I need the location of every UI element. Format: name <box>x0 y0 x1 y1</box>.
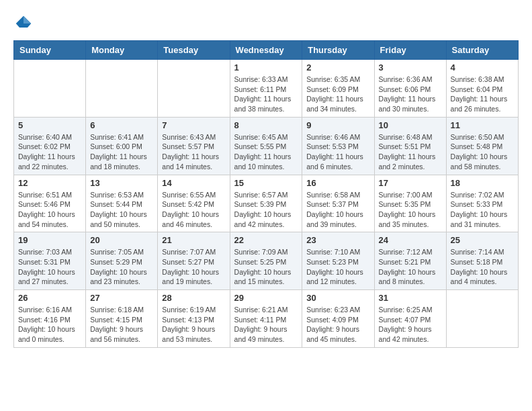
calendar-cell: 28Sunrise: 6:19 AM Sunset: 4:13 PM Dayli… <box>158 290 230 348</box>
calendar-cell: 26Sunrise: 6:16 AM Sunset: 4:16 PM Dayli… <box>14 290 86 348</box>
day-number: 9 <box>306 120 369 130</box>
day-info: Sunrise: 6:19 AM Sunset: 4:13 PM Dayligh… <box>162 305 225 345</box>
calendar-cell: 31Sunrise: 6:25 AM Sunset: 4:07 PM Dayli… <box>374 290 446 348</box>
calendar-cell: 15Sunrise: 6:57 AM Sunset: 5:39 PM Dayli… <box>230 175 302 232</box>
day-info: Sunrise: 6:58 AM Sunset: 5:37 PM Dayligh… <box>306 190 369 230</box>
calendar-cell: 13Sunrise: 6:53 AM Sunset: 5:44 PM Dayli… <box>86 175 158 232</box>
day-info: Sunrise: 6:50 AM Sunset: 5:48 PM Dayligh… <box>451 132 514 172</box>
day-info: Sunrise: 6:18 AM Sunset: 4:15 PM Dayligh… <box>90 305 153 345</box>
day-number: 2 <box>306 62 369 73</box>
day-info: Sunrise: 7:02 AM Sunset: 5:33 PM Dayligh… <box>451 190 514 230</box>
day-info: Sunrise: 7:03 AM Sunset: 5:31 PM Dayligh… <box>18 247 81 287</box>
calendar-cell: 27Sunrise: 6:18 AM Sunset: 4:15 PM Dayli… <box>86 290 158 348</box>
calendar-week-row: 1Sunrise: 6:33 AM Sunset: 6:11 PM Daylig… <box>14 60 519 118</box>
day-info: Sunrise: 6:46 AM Sunset: 5:53 PM Dayligh… <box>306 132 369 172</box>
day-number: 4 <box>451 62 514 73</box>
calendar-cell: 20Sunrise: 7:05 AM Sunset: 5:29 PM Dayli… <box>86 232 158 290</box>
day-header-tuesday: Tuesday <box>158 41 230 60</box>
calendar-header-row: SundayMondayTuesdayWednesdayThursdayFrid… <box>14 41 519 60</box>
calendar-cell: 25Sunrise: 7:14 AM Sunset: 5:18 PM Dayli… <box>446 232 518 290</box>
day-number: 1 <box>234 62 298 73</box>
day-info: Sunrise: 6:21 AM Sunset: 4:11 PM Dayligh… <box>234 305 298 345</box>
day-info: Sunrise: 6:16 AM Sunset: 4:16 PM Dayligh… <box>18 305 81 345</box>
day-number: 30 <box>306 293 369 303</box>
day-info: Sunrise: 6:55 AM Sunset: 5:42 PM Dayligh… <box>162 190 225 230</box>
calendar-cell <box>158 60 230 118</box>
day-number: 26 <box>18 293 81 303</box>
calendar-cell: 18Sunrise: 7:02 AM Sunset: 5:33 PM Dayli… <box>446 175 518 232</box>
calendar-cell: 9Sunrise: 6:46 AM Sunset: 5:53 PM Daylig… <box>302 117 374 175</box>
day-header-wednesday: Wednesday <box>230 41 302 60</box>
calendar-cell: 5Sunrise: 6:40 AM Sunset: 6:02 PM Daylig… <box>14 117 86 175</box>
svg-marker-1 <box>24 16 31 24</box>
page-header <box>13 13 519 34</box>
calendar-cell: 24Sunrise: 7:12 AM Sunset: 5:21 PM Dayli… <box>374 232 446 290</box>
day-header-sunday: Sunday <box>14 41 86 60</box>
day-info: Sunrise: 6:48 AM Sunset: 5:51 PM Dayligh… <box>379 132 442 172</box>
calendar-cell: 29Sunrise: 6:21 AM Sunset: 4:11 PM Dayli… <box>230 290 302 348</box>
calendar-cell: 23Sunrise: 7:10 AM Sunset: 5:23 PM Dayli… <box>302 232 374 290</box>
day-number: 22 <box>234 235 298 245</box>
calendar-cell: 19Sunrise: 7:03 AM Sunset: 5:31 PM Dayli… <box>14 232 86 290</box>
day-number: 12 <box>18 178 81 188</box>
calendar-week-row: 19Sunrise: 7:03 AM Sunset: 5:31 PM Dayli… <box>14 232 519 290</box>
day-number: 3 <box>379 62 442 73</box>
calendar-week-row: 5Sunrise: 6:40 AM Sunset: 6:02 PM Daylig… <box>14 117 519 175</box>
logo-icon <box>13 13 34 34</box>
calendar-cell <box>14 60 86 118</box>
day-info: Sunrise: 6:43 AM Sunset: 5:57 PM Dayligh… <box>162 132 225 172</box>
day-number: 7 <box>162 120 225 130</box>
day-number: 27 <box>90 293 153 303</box>
day-number: 13 <box>90 178 153 188</box>
day-number: 5 <box>18 120 81 130</box>
day-number: 20 <box>90 235 153 245</box>
day-info: Sunrise: 6:40 AM Sunset: 6:02 PM Dayligh… <box>18 132 81 172</box>
day-number: 23 <box>306 235 369 245</box>
calendar-cell <box>86 60 158 118</box>
calendar-cell: 11Sunrise: 6:50 AM Sunset: 5:48 PM Dayli… <box>446 117 518 175</box>
day-number: 21 <box>162 235 225 245</box>
calendar-cell: 16Sunrise: 6:58 AM Sunset: 5:37 PM Dayli… <box>302 175 374 232</box>
calendar-cell: 14Sunrise: 6:55 AM Sunset: 5:42 PM Dayli… <box>158 175 230 232</box>
day-number: 28 <box>162 293 225 303</box>
day-info: Sunrise: 7:12 AM Sunset: 5:21 PM Dayligh… <box>379 247 442 287</box>
calendar-week-row: 26Sunrise: 6:16 AM Sunset: 4:16 PM Dayli… <box>14 290 519 348</box>
day-info: Sunrise: 6:57 AM Sunset: 5:39 PM Dayligh… <box>234 190 298 230</box>
day-info: Sunrise: 6:53 AM Sunset: 5:44 PM Dayligh… <box>90 190 153 230</box>
day-header-saturday: Saturday <box>446 41 518 60</box>
calendar-week-row: 12Sunrise: 6:51 AM Sunset: 5:46 PM Dayli… <box>14 175 519 232</box>
calendar-cell: 21Sunrise: 7:07 AM Sunset: 5:27 PM Dayli… <box>158 232 230 290</box>
calendar-cell: 22Sunrise: 7:09 AM Sunset: 5:25 PM Dayli… <box>230 232 302 290</box>
day-number: 25 <box>451 235 514 245</box>
day-info: Sunrise: 7:05 AM Sunset: 5:29 PM Dayligh… <box>90 247 153 287</box>
day-header-thursday: Thursday <box>302 41 374 60</box>
day-info: Sunrise: 7:09 AM Sunset: 5:25 PM Dayligh… <box>234 247 298 287</box>
day-number: 15 <box>234 178 298 188</box>
day-number: 31 <box>379 293 442 303</box>
calendar-cell: 1Sunrise: 6:33 AM Sunset: 6:11 PM Daylig… <box>230 60 302 118</box>
day-number: 8 <box>234 120 298 130</box>
day-number: 17 <box>379 178 442 188</box>
day-info: Sunrise: 6:33 AM Sunset: 6:11 PM Dayligh… <box>234 75 298 114</box>
day-number: 18 <box>451 178 514 188</box>
calendar-cell: 7Sunrise: 6:43 AM Sunset: 5:57 PM Daylig… <box>158 117 230 175</box>
calendar-cell <box>446 290 518 348</box>
day-info: Sunrise: 6:35 AM Sunset: 6:09 PM Dayligh… <box>306 75 369 114</box>
calendar-cell: 2Sunrise: 6:35 AM Sunset: 6:09 PM Daylig… <box>302 60 374 118</box>
day-info: Sunrise: 7:07 AM Sunset: 5:27 PM Dayligh… <box>162 247 225 287</box>
day-header-friday: Friday <box>374 41 446 60</box>
day-number: 11 <box>451 120 514 130</box>
calendar-cell: 3Sunrise: 6:36 AM Sunset: 6:06 PM Daylig… <box>374 60 446 118</box>
day-number: 19 <box>18 235 81 245</box>
day-info: Sunrise: 6:36 AM Sunset: 6:06 PM Dayligh… <box>379 75 442 114</box>
day-header-monday: Monday <box>86 41 158 60</box>
calendar-cell: 30Sunrise: 6:23 AM Sunset: 4:09 PM Dayli… <box>302 290 374 348</box>
day-number: 24 <box>379 235 442 245</box>
day-number: 16 <box>306 178 369 188</box>
day-info: Sunrise: 6:23 AM Sunset: 4:09 PM Dayligh… <box>306 305 369 345</box>
calendar-cell: 12Sunrise: 6:51 AM Sunset: 5:46 PM Dayli… <box>14 175 86 232</box>
calendar-cell: 6Sunrise: 6:41 AM Sunset: 6:00 PM Daylig… <box>86 117 158 175</box>
calendar-cell: 10Sunrise: 6:48 AM Sunset: 5:51 PM Dayli… <box>374 117 446 175</box>
day-number: 6 <box>90 120 153 130</box>
day-number: 29 <box>234 293 298 303</box>
